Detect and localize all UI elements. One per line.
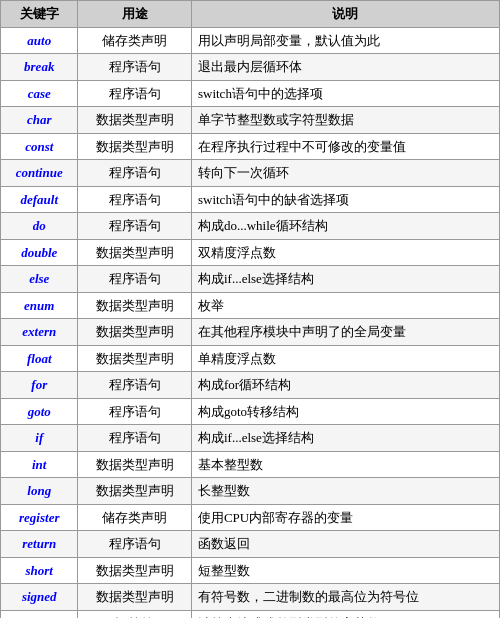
keyword-cell: const [1, 133, 78, 160]
description-cell: 计算表达式或整型类型的字节数 [191, 610, 499, 618]
usage-cell: 程序语句 [78, 372, 191, 399]
table-row: for程序语句构成for循环结构 [1, 372, 500, 399]
table-row: signed数据类型声明有符号数，二进制数的最高位为符号位 [1, 584, 500, 611]
keyword-cell: float [1, 345, 78, 372]
usage-cell: 数据类型声明 [78, 478, 191, 505]
keyword-cell: char [1, 107, 78, 134]
description-cell: 枚举 [191, 292, 499, 319]
table-row: register储存类声明使用CPU内部寄存器的变量 [1, 504, 500, 531]
keyword-cell: case [1, 80, 78, 107]
table-row: break程序语句退出最内层循环体 [1, 54, 500, 81]
table-row: case程序语句switch语句中的选择项 [1, 80, 500, 107]
keyword-cell: sizeof [1, 610, 78, 618]
usage-cell: 程序语句 [78, 160, 191, 187]
keyword-cell: double [1, 239, 78, 266]
description-cell: 使用CPU内部寄存器的变量 [191, 504, 499, 531]
table-row: double数据类型声明双精度浮点数 [1, 239, 500, 266]
keyword-cell: auto [1, 27, 78, 54]
keyword-cell: continue [1, 160, 78, 187]
usage-cell: 数据类型声明 [78, 319, 191, 346]
usage-cell: 程序语句 [78, 213, 191, 240]
col-header-usage: 用途 [78, 1, 191, 28]
keyword-cell: goto [1, 398, 78, 425]
keyword-cell: for [1, 372, 78, 399]
keyword-cell: enum [1, 292, 78, 319]
description-cell: 双精度浮点数 [191, 239, 499, 266]
description-cell: switch语句中的缺省选择项 [191, 186, 499, 213]
keyword-cell: return [1, 531, 78, 558]
table-row: enum数据类型声明枚举 [1, 292, 500, 319]
description-cell: 用以声明局部变量，默认值为此 [191, 27, 499, 54]
keyword-cell: break [1, 54, 78, 81]
description-cell: 短整型数 [191, 557, 499, 584]
table-row: long数据类型声明长整型数 [1, 478, 500, 505]
usage-cell: 数据类型声明 [78, 239, 191, 266]
keyword-cell: extern [1, 319, 78, 346]
description-cell: 构成if...else选择结构 [191, 425, 499, 452]
description-cell: 构成do...while循环结构 [191, 213, 499, 240]
usage-cell: 运算符 [78, 610, 191, 618]
keyword-cell: else [1, 266, 78, 293]
keyword-cell: if [1, 425, 78, 452]
table-header-row: 关键字 用途 说明 [1, 1, 500, 28]
usage-cell: 数据类型声明 [78, 557, 191, 584]
table-row: if程序语句构成if...else选择结构 [1, 425, 500, 452]
usage-cell: 数据类型声明 [78, 345, 191, 372]
table-row: short数据类型声明短整型数 [1, 557, 500, 584]
keyword-cell: do [1, 213, 78, 240]
table-row: do程序语句构成do...while循环结构 [1, 213, 500, 240]
keyword-cell: signed [1, 584, 78, 611]
table-row: default程序语句switch语句中的缺省选择项 [1, 186, 500, 213]
keyword-cell: long [1, 478, 78, 505]
table-row: const数据类型声明在程序执行过程中不可修改的变量值 [1, 133, 500, 160]
usage-cell: 程序语句 [78, 54, 191, 81]
table-row: char数据类型声明单字节整型数或字符型数据 [1, 107, 500, 134]
table-row: return程序语句函数返回 [1, 531, 500, 558]
description-cell: 构成if...else选择结构 [191, 266, 499, 293]
usage-cell: 数据类型声明 [78, 451, 191, 478]
description-cell: 长整型数 [191, 478, 499, 505]
usage-cell: 程序语句 [78, 398, 191, 425]
usage-cell: 程序语句 [78, 266, 191, 293]
description-cell: 单精度浮点数 [191, 345, 499, 372]
description-cell: 单字节整型数或字符型数据 [191, 107, 499, 134]
usage-cell: 数据类型声明 [78, 107, 191, 134]
usage-cell: 程序语句 [78, 531, 191, 558]
table-row: extern数据类型声明在其他程序模块中声明了的全局变量 [1, 319, 500, 346]
table-row: int数据类型声明基本整型数 [1, 451, 500, 478]
description-cell: switch语句中的选择项 [191, 80, 499, 107]
description-cell: 函数返回 [191, 531, 499, 558]
description-cell: 有符号数，二进制数的最高位为符号位 [191, 584, 499, 611]
table-row: else程序语句构成if...else选择结构 [1, 266, 500, 293]
col-header-keyword: 关键字 [1, 1, 78, 28]
description-cell: 基本整型数 [191, 451, 499, 478]
usage-cell: 数据类型声明 [78, 133, 191, 160]
keyword-cell: register [1, 504, 78, 531]
usage-cell: 程序语句 [78, 425, 191, 452]
usage-cell: 储存类声明 [78, 504, 191, 531]
table-row: continue程序语句转向下一次循环 [1, 160, 500, 187]
table-row: sizeof运算符计算表达式或整型类型的字节数 [1, 610, 500, 618]
table-row: auto储存类声明用以声明局部变量，默认值为此 [1, 27, 500, 54]
description-cell: 构成for循环结构 [191, 372, 499, 399]
description-cell: 构成goto转移结构 [191, 398, 499, 425]
description-cell: 转向下一次循环 [191, 160, 499, 187]
description-cell: 在其他程序模块中声明了的全局变量 [191, 319, 499, 346]
table-row: float数据类型声明单精度浮点数 [1, 345, 500, 372]
usage-cell: 程序语句 [78, 80, 191, 107]
usage-cell: 程序语句 [78, 186, 191, 213]
keyword-cell: int [1, 451, 78, 478]
usage-cell: 储存类声明 [78, 27, 191, 54]
usage-cell: 数据类型声明 [78, 584, 191, 611]
keyword-cell: default [1, 186, 78, 213]
table-row: goto程序语句构成goto转移结构 [1, 398, 500, 425]
keywords-table: 关键字 用途 说明 auto储存类声明用以声明局部变量，默认值为此break程序… [0, 0, 500, 618]
usage-cell: 数据类型声明 [78, 292, 191, 319]
description-cell: 退出最内层循环体 [191, 54, 499, 81]
col-header-description: 说明 [191, 1, 499, 28]
keyword-cell: short [1, 557, 78, 584]
description-cell: 在程序执行过程中不可修改的变量值 [191, 133, 499, 160]
